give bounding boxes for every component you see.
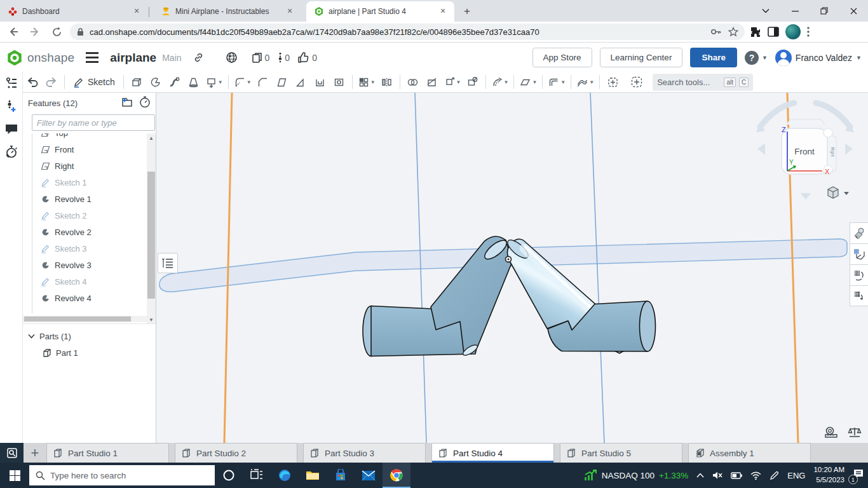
doc-tab-part-studio-3[interactable]: Part Studio 3 bbox=[303, 443, 426, 463]
side-panel-icon[interactable] bbox=[768, 26, 779, 37]
sketch-button[interactable]: Sketch bbox=[68, 73, 120, 91]
versions-count[interactable]: 0 bbox=[278, 52, 290, 64]
task-view-icon[interactable] bbox=[243, 463, 271, 488]
feature-item-revolve-3[interactable]: Revolve 3 bbox=[23, 257, 147, 273]
notification-center-icon[interactable]: 1 bbox=[853, 469, 864, 482]
comments-icon[interactable] bbox=[0, 118, 23, 140]
extensions-puzzle-icon[interactable] bbox=[750, 26, 761, 37]
user-menu[interactable]: Franco Valdez ▼ bbox=[775, 50, 862, 66]
filter-input[interactable] bbox=[32, 114, 155, 131]
hamburger-menu-icon[interactable] bbox=[86, 52, 98, 63]
battery-icon[interactable] bbox=[731, 472, 742, 479]
feature-item-sketch-3[interactable]: Sketch 3 bbox=[23, 240, 147, 257]
likes-count[interactable]: 0 bbox=[297, 52, 317, 64]
wifi-icon[interactable] bbox=[750, 471, 761, 480]
forward-button[interactable] bbox=[27, 24, 43, 40]
insert-version-icon[interactable] bbox=[0, 95, 23, 118]
tab-close-icon[interactable]: × bbox=[285, 6, 295, 17]
stock-widget[interactable]: NASDAQ 100 +1.33% bbox=[583, 470, 688, 481]
undo-button[interactable] bbox=[23, 73, 42, 91]
app-store-button[interactable]: App Store bbox=[532, 48, 592, 67]
add-tab-button[interactable]: + bbox=[24, 443, 46, 463]
window-restore-button[interactable] bbox=[810, 0, 839, 22]
delete-part-button[interactable] bbox=[463, 73, 482, 91]
link-icon[interactable] bbox=[193, 52, 204, 63]
taskbar-search-box[interactable] bbox=[29, 465, 215, 485]
chrome-icon[interactable] bbox=[383, 463, 410, 488]
tab-manager-button[interactable] bbox=[0, 443, 24, 463]
workspace-branch-label[interactable]: Main bbox=[162, 53, 181, 63]
bookmark-star-icon[interactable] bbox=[728, 27, 738, 37]
surface-button[interactable]: ▼ bbox=[574, 73, 596, 91]
cortana-icon[interactable] bbox=[215, 463, 243, 488]
feature-item-revolve-4[interactable]: Revolve 4 bbox=[23, 290, 147, 306]
clock[interactable]: 10:20 AM 5/5/2023 bbox=[813, 465, 844, 485]
part-item[interactable]: Part 1 bbox=[23, 344, 156, 361]
start-button[interactable] bbox=[0, 463, 29, 488]
search-tools-box[interactable]: Search tools... alt C bbox=[653, 74, 753, 91]
feature-item-sketch-2[interactable]: Sketch 2 bbox=[23, 207, 147, 224]
back-button[interactable] bbox=[5, 24, 22, 40]
linear-pattern-button[interactable]: ▼ bbox=[356, 73, 377, 91]
feature-item-front[interactable]: Front bbox=[23, 141, 147, 158]
volume-muted-icon[interactable] bbox=[712, 471, 722, 480]
hole-button[interactable] bbox=[330, 73, 349, 91]
tray-expand-chevron-icon[interactable] bbox=[696, 473, 704, 478]
rib-button[interactable] bbox=[292, 73, 311, 91]
horizontal-scrollbar[interactable] bbox=[23, 316, 147, 322]
modify-fillet-button[interactable]: ▼ bbox=[489, 73, 511, 91]
measure-tape-icon[interactable] bbox=[824, 426, 839, 438]
fillet-button[interactable]: ▼ bbox=[232, 73, 254, 91]
feature-item-right[interactable]: Right bbox=[23, 158, 147, 174]
browser-tab-instructables[interactable]: Mini Airplane - Instructables × bbox=[153, 1, 301, 22]
tab-close-icon[interactable]: × bbox=[132, 6, 142, 17]
pen-icon[interactable] bbox=[770, 471, 779, 480]
thicken-button[interactable]: ▼ bbox=[203, 73, 225, 91]
learning-center-button[interactable]: Learning Center bbox=[600, 48, 683, 67]
ms-store-icon[interactable] bbox=[327, 463, 355, 488]
section-view-button[interactable] bbox=[850, 264, 868, 285]
extrude-button[interactable] bbox=[127, 73, 146, 91]
language-indicator[interactable]: ENG bbox=[787, 471, 805, 480]
feature-item-top[interactable]: Top bbox=[23, 133, 147, 141]
doc-tab-assembly-1[interactable]: Assembly 1 bbox=[688, 443, 811, 463]
history-stopwatch-icon[interactable] bbox=[0, 140, 23, 163]
onshape-logo[interactable]: onshape bbox=[6, 50, 74, 66]
public-globe-icon[interactable] bbox=[226, 51, 238, 64]
share-button[interactable]: Share bbox=[690, 48, 737, 67]
doc-tab-part-studio-2[interactable]: Part Studio 2 bbox=[175, 443, 297, 463]
feature-item-revolve-1[interactable]: Revolve 1 bbox=[23, 191, 147, 207]
shell-button[interactable] bbox=[311, 73, 330, 91]
tab-close-icon[interactable]: × bbox=[438, 6, 448, 17]
taskbar-search-input[interactable] bbox=[50, 471, 196, 480]
insert-crosshair-icon[interactable] bbox=[627, 73, 646, 91]
copies-count[interactable]: 0 bbox=[252, 52, 270, 64]
edge-icon[interactable] bbox=[271, 463, 299, 488]
appearance-button[interactable] bbox=[850, 222, 868, 243]
sheet-metal-button[interactable]: ▼ bbox=[546, 73, 567, 91]
feature-item-revolve-2[interactable]: Revolve 2 bbox=[23, 224, 147, 240]
view-cube[interactable]: Front Right Z X Y bbox=[751, 97, 859, 207]
browser-profile-avatar[interactable] bbox=[785, 24, 801, 39]
parts-section-header[interactable]: Parts (1) bbox=[23, 328, 156, 344]
insert-reference-button[interactable] bbox=[603, 73, 622, 91]
mass-properties-scale-icon[interactable] bbox=[848, 426, 862, 438]
named-views-button[interactable] bbox=[850, 285, 868, 306]
refresh-button[interactable] bbox=[48, 24, 65, 40]
rollback-stopwatch-icon[interactable] bbox=[139, 96, 151, 110]
window-minimize-button[interactable] bbox=[780, 0, 810, 22]
browser-tab-onshape[interactable]: airplane | Part Studio 4 × bbox=[306, 1, 454, 22]
mirror-button[interactable] bbox=[377, 73, 397, 91]
new-tab-button[interactable]: + bbox=[458, 3, 476, 20]
scroll-down-icon[interactable]: ▼ bbox=[147, 315, 156, 324]
doc-tab-part-studio-4[interactable]: Part Studio 4 bbox=[431, 443, 554, 463]
chamfer-button[interactable] bbox=[254, 73, 273, 91]
graphics-area[interactable]: Front Right Z X Y bbox=[156, 93, 868, 443]
feature-list-toggle-button[interactable] bbox=[158, 253, 178, 273]
view-mode-cube-icon[interactable] bbox=[828, 187, 849, 198]
browser-tab-dashboard[interactable]: Dashboard × bbox=[0, 1, 148, 22]
vertical-scrollbar[interactable]: ▲ ▼ bbox=[147, 133, 156, 324]
add-folder-icon[interactable] bbox=[120, 97, 133, 109]
boolean-button[interactable] bbox=[403, 73, 423, 91]
browser-menu-kebab-icon[interactable] bbox=[807, 27, 810, 37]
